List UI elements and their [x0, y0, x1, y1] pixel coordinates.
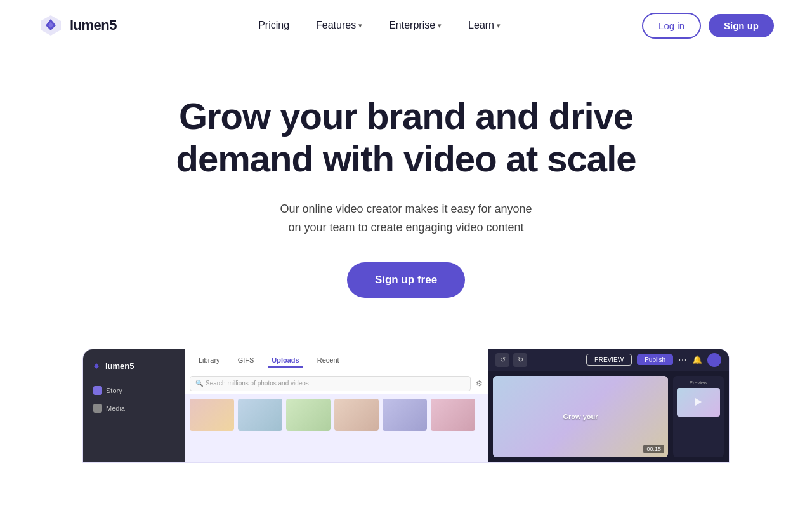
- video-preview-image: Grow your: [493, 376, 668, 457]
- app-logo-small-text: lumen5: [105, 361, 134, 371]
- logo[interactable]: lumen5: [38, 13, 117, 38]
- media-thumb-5[interactable]: [383, 399, 427, 431]
- nav-features[interactable]: Features ▾: [306, 15, 372, 36]
- features-chevron-icon: ▾: [358, 22, 362, 30]
- preview-button[interactable]: PREVIEW: [586, 354, 632, 366]
- side-panel-label: Preview: [677, 380, 720, 385]
- video-side-panel: Preview: [673, 376, 724, 457]
- hero-heading: Grow your brand and drive demand with vi…: [176, 95, 636, 180]
- enterprise-chevron-icon: ▾: [438, 22, 442, 30]
- story-icon: [93, 386, 102, 395]
- app-editor-topbar: ↺ ↻ PREVIEW Publish ⋯ 🔔: [488, 349, 729, 371]
- more-options-icon[interactable]: ⋯: [678, 355, 687, 365]
- media-icon: [93, 404, 102, 413]
- bell-icon[interactable]: 🔔: [692, 355, 702, 364]
- editor-actions: PREVIEW Publish ⋯ 🔔: [586, 353, 721, 367]
- tab-library[interactable]: Library: [195, 354, 224, 368]
- media-thumb-1[interactable]: [190, 399, 234, 431]
- app-left-nav: Story Media: [83, 380, 185, 419]
- tab-recent[interactable]: Recent: [313, 354, 343, 368]
- sidebar-item-media[interactable]: Media: [88, 400, 180, 417]
- media-thumb-3[interactable]: [286, 399, 331, 431]
- side-panel-thumbnail[interactable]: [677, 388, 720, 417]
- app-search-bar[interactable]: 🔍 Search millions of photos and videos: [190, 376, 471, 391]
- signup-free-button[interactable]: Sign up free: [347, 262, 465, 298]
- app-preview-box: lumen5 Story Media: [82, 349, 730, 463]
- media-thumb-6[interactable]: [431, 399, 475, 431]
- lumen5-logo-icon: [38, 13, 63, 38]
- video-preview-area: Grow your 00:15: [493, 376, 668, 457]
- media-thumb-4[interactable]: [334, 399, 379, 431]
- video-preview-text: Grow your: [563, 413, 598, 420]
- redo-button[interactable]: ↻: [513, 353, 527, 367]
- media-thumb-2[interactable]: [238, 399, 282, 431]
- play-icon: [695, 398, 702, 406]
- undo-redo-controls: ↺ ↻: [495, 353, 527, 367]
- nav-buttons: Log in Sign up: [642, 13, 774, 39]
- sidebar-media-label: Media: [106, 404, 125, 412]
- login-button[interactable]: Log in: [642, 13, 701, 39]
- search-icon: 🔍: [195, 380, 203, 387]
- sidebar-item-story[interactable]: Story: [88, 382, 180, 399]
- signup-button[interactable]: Sign up: [709, 14, 774, 37]
- hero-section: Grow your brand and drive demand with vi…: [0, 51, 812, 323]
- logo-text: lumen5: [70, 17, 117, 34]
- timer-badge: 00:15: [643, 444, 664, 453]
- tab-gifs[interactable]: GIFS: [234, 354, 258, 368]
- app-logo-small-icon: [91, 361, 102, 372]
- sidebar-story-label: Story: [106, 387, 122, 394]
- tab-uploads[interactable]: Uploads: [268, 354, 303, 368]
- hero-subtext: Our online video creator makes it easy f…: [280, 200, 532, 237]
- navbar: lumen5 Pricing Features ▾ Enterprise ▾ L…: [0, 0, 812, 51]
- app-logo-small: lumen5: [91, 361, 134, 372]
- user-avatar[interactable]: [707, 353, 721, 367]
- nav-enterprise[interactable]: Enterprise ▾: [379, 15, 452, 36]
- app-preview-container: lumen5 Story Media: [0, 349, 812, 463]
- hero-cta: Sign up free: [347, 262, 465, 298]
- app-media-grid: [185, 394, 488, 462]
- app-center-tabs: Library GIFS Uploads Recent: [185, 349, 488, 373]
- filter-icon[interactable]: ⚙: [476, 379, 483, 388]
- app-logo-area: lumen5: [83, 356, 185, 377]
- publish-button[interactable]: Publish: [637, 354, 673, 365]
- app-editor-body: Grow your 00:15 Preview: [488, 371, 729, 462]
- app-screenshot: lumen5 Story Media: [83, 349, 729, 462]
- undo-button[interactable]: ↺: [495, 353, 509, 367]
- app-search-bar-row: 🔍 Search millions of photos and videos ⚙: [185, 373, 488, 394]
- app-editor-panel: ↺ ↻ PREVIEW Publish ⋯ 🔔: [488, 349, 729, 462]
- app-center-panel: Library GIFS Uploads Recent 🔍 Sea: [185, 349, 488, 462]
- learn-chevron-icon: ▾: [497, 22, 501, 30]
- nav-learn[interactable]: Learn ▾: [458, 15, 511, 36]
- nav-pricing[interactable]: Pricing: [248, 15, 299, 36]
- nav-links: Pricing Features ▾ Enterprise ▾ Learn ▾: [248, 15, 511, 36]
- app-sidebar: lumen5 Story Media: [83, 349, 185, 462]
